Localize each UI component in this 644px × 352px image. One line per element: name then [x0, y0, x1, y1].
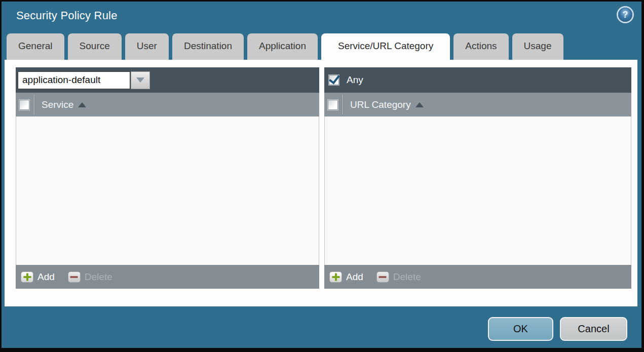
add-plus-icon — [21, 271, 33, 283]
sort-ascending-icon[interactable] — [415, 102, 424, 107]
tab-general[interactable]: General — [7, 33, 64, 60]
url-category-panel: Any URL Category Add Delete — [324, 67, 631, 289]
header-divider — [343, 95, 343, 114]
header-divider — [34, 95, 34, 114]
service-type-dropdown[interactable] — [18, 71, 150, 89]
dialog-title: Security Policy Rule — [16, 9, 118, 22]
tab-actions[interactable]: Actions — [453, 33, 508, 60]
sort-ascending-icon[interactable] — [78, 102, 86, 107]
url-add-button[interactable]: Add — [329, 271, 363, 283]
service-column-header[interactable]: Service — [42, 99, 73, 110]
url-any-bar: Any — [324, 67, 631, 93]
service-type-bar — [16, 67, 319, 93]
service-select-all-checkbox[interactable] — [19, 100, 29, 110]
tab-usage[interactable]: Usage — [512, 33, 563, 60]
service-type-dropdown-button[interactable] — [131, 71, 150, 89]
add-label: Add — [346, 271, 363, 283]
help-icon[interactable]: ? — [618, 8, 632, 22]
tab-bar: General Source User Destination Applicat… — [7, 33, 563, 60]
ok-button[interactable]: OK — [488, 317, 553, 341]
add-plus-icon — [329, 271, 342, 283]
service-footer-bar: Add Delete — [16, 265, 319, 289]
tab-application[interactable]: Application — [247, 33, 318, 60]
url-column-header[interactable]: URL Category — [350, 99, 411, 110]
delete-minus-icon — [376, 271, 389, 283]
url-any-label: Any — [347, 74, 363, 86]
url-table-header: URL Category — [324, 93, 631, 116]
url-table-body[interactable] — [324, 116, 631, 265]
security-policy-rule-dialog: Security Policy Rule ? General Source Us… — [0, 0, 644, 352]
tab-source[interactable]: Source — [68, 33, 122, 60]
service-table-header: Service — [16, 93, 319, 116]
service-delete-button[interactable]: Delete — [68, 271, 112, 283]
url-delete-button[interactable]: Delete — [376, 271, 421, 283]
delete-label: Delete — [393, 271, 421, 283]
tab-destination[interactable]: Destination — [172, 33, 244, 60]
service-add-button[interactable]: Add — [21, 271, 55, 283]
service-table-body[interactable] — [16, 116, 319, 265]
url-select-all-checkbox[interactable] — [328, 100, 338, 110]
chevron-down-icon — [136, 77, 144, 83]
delete-label: Delete — [85, 271, 112, 283]
service-panel: Service Add Delete — [16, 67, 319, 289]
tab-service-url-category[interactable]: Service/URL Category — [321, 33, 450, 60]
url-footer-bar: Add Delete — [324, 265, 631, 289]
cancel-button[interactable]: Cancel — [560, 317, 627, 341]
add-label: Add — [37, 271, 55, 283]
url-any-checkbox[interactable] — [329, 75, 339, 85]
delete-minus-icon — [68, 271, 81, 283]
tab-user[interactable]: User — [125, 33, 169, 60]
service-type-input[interactable] — [18, 71, 130, 89]
tab-content-area: Service Add Delete Any — [5, 60, 637, 306]
